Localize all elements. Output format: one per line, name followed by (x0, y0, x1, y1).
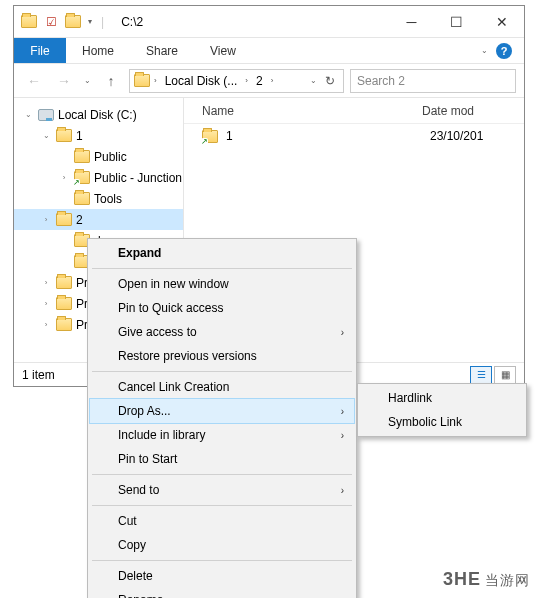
view-large-button[interactable]: ▦ (494, 366, 516, 384)
folder-icon (56, 213, 72, 226)
tree-item-label: 2 (76, 213, 83, 227)
context-menu: ExpandOpen in new windowPin to Quick acc… (87, 238, 357, 598)
tab-home[interactable]: Home (66, 38, 130, 63)
submenu-arrow-icon: › (341, 485, 344, 496)
expand-icon[interactable] (40, 320, 52, 329)
refresh-icon[interactable]: ↻ (321, 74, 339, 88)
address-dropdown-icon[interactable]: ⌄ (308, 76, 319, 85)
context-menu-item[interactable]: Delete (90, 564, 354, 588)
expand-icon[interactable] (40, 299, 52, 308)
tree-item-label: 1 (76, 129, 83, 143)
folder-icon (74, 150, 90, 163)
expand-icon[interactable] (40, 131, 52, 140)
folder-icon (134, 74, 150, 87)
context-submenu-label: Symbolic Link (388, 415, 462, 429)
history-dropdown-icon[interactable]: ⌄ (82, 76, 93, 85)
tree-item-label: Local Disk (C:) (58, 108, 137, 122)
context-menu-label: Drop As... (118, 404, 171, 418)
context-menu-label: Expand (118, 246, 161, 260)
expand-icon[interactable] (22, 110, 34, 119)
breadcrumb-item[interactable]: 2 (252, 74, 267, 88)
watermark: 3HE当游网 (443, 569, 530, 590)
context-menu-item[interactable]: Give access to› (90, 320, 354, 344)
search-input[interactable]: Search 2 (350, 69, 516, 93)
list-item-date: 23/10/201 (430, 129, 483, 143)
file-tab[interactable]: File (14, 38, 66, 63)
minimize-button[interactable]: ─ (389, 6, 434, 37)
folder-icon (56, 318, 72, 331)
help-icon[interactable]: ? (496, 43, 512, 59)
context-menu-item[interactable]: Open in new window (90, 272, 354, 296)
view-details-button[interactable]: ☰ (470, 366, 492, 384)
context-menu-item[interactable]: Send to› (90, 478, 354, 502)
submenu-arrow-icon: › (341, 430, 344, 441)
context-submenu-item[interactable]: Hardlink (360, 386, 524, 410)
expand-icon[interactable] (58, 173, 70, 182)
ribbon-collapse-icon[interactable]: ⌄ (479, 46, 490, 55)
context-menu-item[interactable]: Restore previous versions (90, 344, 354, 368)
junction-folder-icon (74, 171, 90, 184)
list-item[interactable]: 123/10/201 (184, 124, 524, 148)
menu-separator (92, 560, 352, 561)
tree-item[interactable]: Local Disk (C:) (14, 104, 183, 125)
context-submenu-label: Hardlink (388, 391, 432, 405)
context-menu-item[interactable]: Cut (90, 509, 354, 533)
context-menu-item[interactable]: Rename (90, 588, 354, 598)
context-menu-item[interactable]: Drop As...› (90, 399, 354, 423)
folder-icon (56, 297, 72, 310)
context-submenu-item[interactable]: Symbolic Link (360, 410, 524, 434)
column-date[interactable]: Date mod (422, 104, 474, 118)
context-menu-label: Give access to (118, 325, 197, 339)
menu-separator (92, 371, 352, 372)
context-menu-item[interactable]: Cancel Link Creation (90, 375, 354, 399)
context-menu-item[interactable]: Pin to Start (90, 447, 354, 471)
window-title: C:\2 (113, 15, 389, 29)
back-button[interactable]: ← (22, 73, 46, 89)
tree-item[interactable]: Tools (14, 188, 183, 209)
up-button[interactable]: ↑ (99, 73, 123, 89)
column-name[interactable]: Name (202, 104, 422, 118)
open-folder-icon[interactable] (64, 13, 82, 31)
tab-share[interactable]: Share (130, 38, 194, 63)
context-menu-label: Cancel Link Creation (118, 380, 229, 394)
context-menu-item[interactable]: Pin to Quick access (90, 296, 354, 320)
tree-item[interactable]: Public - Junction (14, 167, 183, 188)
disk-icon (38, 109, 54, 121)
submenu-arrow-icon: › (341, 327, 344, 338)
close-button[interactable]: ✕ (479, 6, 524, 37)
tree-item[interactable]: 1 (14, 125, 183, 146)
address-bar[interactable]: › Local Disk (... › 2 › ⌄ ↻ (129, 69, 344, 93)
expand-icon[interactable] (40, 278, 52, 287)
forward-button[interactable]: → (52, 73, 76, 89)
context-menu-item[interactable]: Expand (90, 241, 354, 265)
tab-view[interactable]: View (194, 38, 252, 63)
junction-folder-icon (202, 130, 218, 143)
context-menu-label: Pin to Start (118, 452, 177, 466)
submenu-arrow-icon: › (341, 406, 344, 417)
expand-icon[interactable] (40, 215, 52, 224)
list-header[interactable]: Name Date mod (184, 98, 524, 124)
tree-item-label: Tools (94, 192, 122, 206)
tree-item-label: Public (94, 150, 127, 164)
titlebar: ☑ ▾ | C:\2 ─ ☐ ✕ (14, 6, 524, 38)
ribbon-tabs: File Home Share View ⌄ ? (14, 38, 524, 64)
crumb-separator-icon[interactable]: › (152, 76, 159, 85)
qat-dropdown-icon[interactable]: ▾ (86, 17, 94, 26)
folder-icon (74, 192, 90, 205)
crumb-separator-icon[interactable]: › (243, 76, 250, 85)
tree-item[interactable]: Public (14, 146, 183, 167)
context-menu-item[interactable]: Copy (90, 533, 354, 557)
status-count: 1 item (22, 368, 55, 382)
address-row: ← → ⌄ ↑ › Local Disk (... › 2 › ⌄ ↻ Sear… (14, 64, 524, 98)
breadcrumb-item[interactable]: Local Disk (... (161, 74, 242, 88)
list-item-name: 1 (226, 129, 422, 143)
watermark-text: 当游网 (485, 572, 530, 588)
properties-icon[interactable]: ☑ (42, 13, 60, 31)
context-menu-item[interactable]: Include in library› (90, 423, 354, 447)
maximize-button[interactable]: ☐ (434, 6, 479, 37)
watermark-logo: 3HE (443, 569, 481, 589)
separator: | (98, 15, 107, 29)
search-placeholder: Search 2 (357, 74, 405, 88)
tree-item[interactable]: 2 (14, 209, 183, 230)
crumb-separator-icon[interactable]: › (269, 76, 276, 85)
